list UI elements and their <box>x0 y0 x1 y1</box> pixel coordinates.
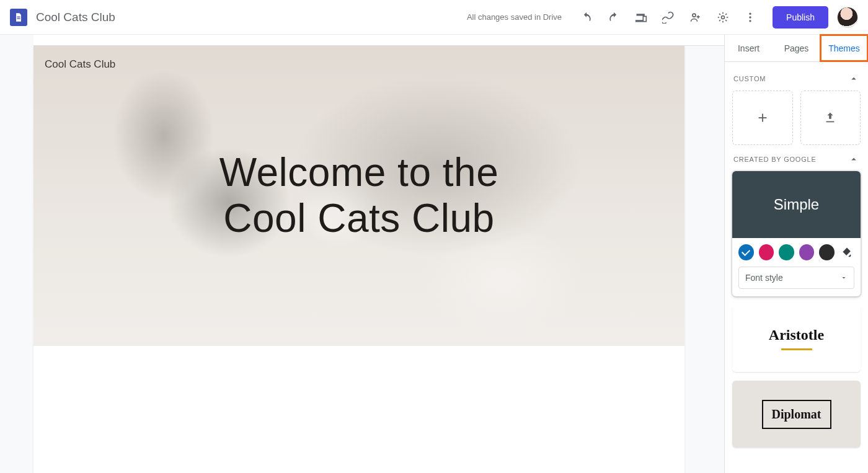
settings-button[interactable] <box>711 5 735 30</box>
more-button[interactable] <box>738 5 763 30</box>
app-logo-icon[interactable] <box>10 9 27 26</box>
site-title-text[interactable]: Cool Cats Club <box>45 58 115 71</box>
svg-rect-1 <box>17 18 20 19</box>
theme-card-aristotle[interactable]: Aristotle <box>732 305 861 372</box>
create-theme-button[interactable] <box>732 91 793 145</box>
swatch-purple[interactable] <box>799 244 815 260</box>
dropdown-icon <box>840 274 848 281</box>
site-page[interactable]: Cool Cats Club Welcome to the Cool Cats … <box>33 46 684 473</box>
chevron-up-icon <box>848 73 859 84</box>
import-theme-button[interactable] <box>800 91 861 145</box>
section-google-label: CREATED BY GOOGLE <box>733 156 817 163</box>
doc-title[interactable]: Cool Cats Club <box>36 11 115 24</box>
link-icon <box>662 11 675 24</box>
theme-color-swatches <box>738 244 854 260</box>
copy-link-button[interactable] <box>656 5 681 30</box>
top-bar: Cool Cats Club All changes saved in Driv… <box>0 0 868 35</box>
theme-name-diplomat: Diplomat <box>762 400 831 429</box>
swatch-blue[interactable] <box>738 244 754 260</box>
theme-preview-aristotle: Aristotle <box>732 305 861 372</box>
theme-card-simple[interactable]: Simple Font style <box>732 171 861 296</box>
theme-preview-simple: Simple <box>732 171 861 238</box>
tab-pages[interactable]: Pages <box>773 35 820 61</box>
paint-bucket-icon <box>841 246 853 259</box>
share-person-icon <box>689 11 702 24</box>
swatch-teal[interactable] <box>779 244 794 260</box>
preview-button[interactable] <box>629 5 653 30</box>
side-panel-tabs: Insert Pages Themes <box>725 35 868 62</box>
tab-themes[interactable]: Themes <box>820 35 868 61</box>
plus-icon <box>756 111 769 125</box>
share-button[interactable] <box>683 5 708 30</box>
font-style-label: Font style <box>745 273 783 283</box>
svg-point-6 <box>749 20 751 22</box>
tab-insert[interactable]: Insert <box>725 35 773 61</box>
ruler <box>33 35 724 46</box>
side-panel: Insert Pages Themes CUSTOM CREATED BY GO… <box>724 35 868 473</box>
hero-heading-text[interactable]: Welcome to the Cool Cats Club <box>33 150 684 241</box>
undo-button[interactable] <box>574 5 599 30</box>
gear-icon <box>717 11 729 24</box>
more-vert-icon <box>744 11 756 24</box>
devices-icon <box>635 11 647 24</box>
svg-point-3 <box>722 15 725 19</box>
redo-icon <box>608 11 620 24</box>
redo-button[interactable] <box>601 5 626 30</box>
theme-name-aristotle: Aristotle <box>769 327 824 343</box>
swatch-pink[interactable] <box>759 244 774 260</box>
theme-preview-diplomat: Diplomat <box>732 381 861 448</box>
svg-point-2 <box>693 14 696 17</box>
undo-icon <box>580 11 593 24</box>
hero-section[interactable]: Cool Cats Club Welcome to the Cool Cats … <box>33 46 684 346</box>
save-status: All changes saved in Drive <box>467 12 562 22</box>
theme-card-diplomat[interactable]: Diplomat <box>732 381 861 448</box>
account-avatar[interactable] <box>837 7 858 28</box>
chevron-up-icon <box>848 154 859 165</box>
aristotle-accent-line <box>781 348 812 350</box>
font-style-select[interactable]: Font style <box>738 267 854 289</box>
canvas-area[interactable]: Cool Cats Club Welcome to the Cool Cats … <box>0 35 724 473</box>
publish-button[interactable]: Publish <box>773 6 828 29</box>
custom-color-button[interactable] <box>839 244 855 260</box>
section-google-header[interactable]: CREATED BY GOOGLE <box>733 154 859 165</box>
svg-point-4 <box>749 12 751 14</box>
section-custom-header[interactable]: CUSTOM <box>733 73 859 84</box>
upload-icon <box>823 111 837 125</box>
section-custom-label: CUSTOM <box>733 75 766 82</box>
swatch-black[interactable] <box>819 244 835 260</box>
svg-rect-0 <box>17 16 20 17</box>
svg-point-5 <box>749 16 751 18</box>
